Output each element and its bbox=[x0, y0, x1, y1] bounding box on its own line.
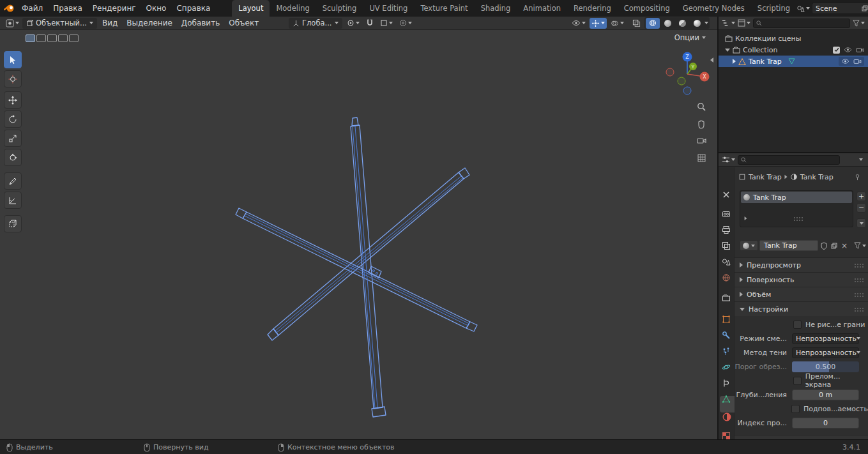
scene-name-field[interactable]: Scene bbox=[812, 3, 868, 14]
outliner-editor-type-button[interactable] bbox=[722, 19, 735, 27]
tab-physics[interactable] bbox=[722, 363, 732, 373]
subsurface-translucency-checkbox[interactable] bbox=[791, 405, 800, 413]
object-render-camera-icon[interactable] bbox=[853, 58, 862, 64]
tank-trap-object[interactable] bbox=[0, 30, 717, 439]
menu-window[interactable]: Окно bbox=[141, 0, 172, 17]
remove-material-slot-button[interactable] bbox=[857, 203, 866, 213]
outliner-row-scene-collection[interactable]: Коллекции сцены bbox=[719, 33, 868, 44]
shading-options-dropdown[interactable] bbox=[704, 22, 708, 24]
properties-options-dropdown[interactable] bbox=[859, 158, 863, 161]
pin-icon[interactable] bbox=[854, 174, 861, 181]
proportional-edit-dropdown[interactable] bbox=[397, 18, 414, 29]
outliner-row-tank-trap[interactable]: Tank Trap bbox=[719, 56, 868, 67]
properties-editor-type-button[interactable] bbox=[722, 156, 735, 163]
editor-type-button[interactable] bbox=[4, 18, 21, 29]
shading-rendered-button[interactable] bbox=[690, 18, 704, 29]
tab-particles[interactable] bbox=[722, 347, 732, 357]
refraction-depth-field[interactable]: 0 m bbox=[792, 390, 859, 400]
slot-list-expand-arrow[interactable] bbox=[745, 216, 747, 220]
transform-orientation-dropdown[interactable]: Глоба... bbox=[289, 18, 342, 29]
object-hide-eye-icon[interactable] bbox=[841, 58, 849, 64]
menu-edit[interactable]: Правка bbox=[48, 0, 88, 17]
tab-scripting[interactable]: Scripting bbox=[751, 0, 796, 17]
tab-render[interactable] bbox=[722, 209, 732, 220]
snap-target-dropdown[interactable] bbox=[378, 18, 395, 29]
breadcrumb-object-name[interactable]: Tank Trap bbox=[749, 173, 782, 181]
slot-list-resize-grip[interactable] bbox=[793, 216, 803, 221]
tab-compositing[interactable]: Compositing bbox=[618, 0, 676, 17]
menu-object[interactable]: Объект bbox=[225, 17, 263, 30]
material-slot-item[interactable]: Tank Trap bbox=[741, 192, 852, 203]
menu-help[interactable]: Справка bbox=[171, 0, 215, 17]
collection-render-camera-icon[interactable] bbox=[856, 47, 864, 53]
panel-surface[interactable]: Поверхность bbox=[735, 272, 868, 287]
snap-toggle-icon[interactable] bbox=[364, 18, 376, 29]
zoom-button[interactable] bbox=[695, 100, 708, 113]
scene-browse-icon[interactable] bbox=[796, 4, 810, 13]
clip-threshold-slider[interactable]: 0.500 bbox=[792, 361, 859, 372]
tab-view-layer[interactable] bbox=[722, 241, 732, 252]
pivot-point-dropdown[interactable] bbox=[345, 18, 362, 29]
mode-dropdown[interactable]: Объектный... bbox=[22, 18, 97, 29]
outliner-search-input[interactable] bbox=[753, 19, 850, 28]
xray-toggle[interactable] bbox=[630, 18, 643, 29]
menu-render[interactable]: Рендеринг bbox=[88, 0, 141, 17]
tab-texture-paint[interactable]: Texture Paint bbox=[414, 0, 474, 17]
gizmo-x-neg-axis[interactable] bbox=[666, 68, 674, 76]
gizmo-z-neg-axis[interactable] bbox=[683, 87, 691, 95]
shadow-method-dropdown[interactable]: Непрозрачность bbox=[792, 347, 859, 358]
copy-material-icon[interactable] bbox=[830, 240, 839, 251]
tab-sculpting[interactable]: Sculpting bbox=[316, 0, 363, 17]
tab-constraints[interactable] bbox=[722, 379, 732, 389]
panel-grip[interactable] bbox=[854, 278, 864, 282]
camera-view-button[interactable] bbox=[695, 134, 708, 147]
browse-material-button[interactable] bbox=[740, 240, 758, 251]
blend-mode-dropdown[interactable]: Непрозрачность bbox=[792, 333, 859, 344]
object-expand-arrow[interactable] bbox=[733, 59, 736, 64]
tab-tool[interactable] bbox=[722, 190, 732, 201]
sidebar-collapse-arrow[interactable] bbox=[710, 56, 713, 64]
shading-solid-button[interactable] bbox=[660, 18, 674, 29]
shading-wireframe-button[interactable] bbox=[646, 18, 660, 29]
tab-object-data[interactable] bbox=[722, 395, 732, 405]
blender-logo-icon[interactable] bbox=[4, 4, 15, 13]
show-overlays-dropdown[interactable] bbox=[609, 18, 626, 29]
tab-collection[interactable] bbox=[722, 293, 732, 303]
outliner-display-mode-button[interactable] bbox=[738, 19, 750, 27]
backface-culling-checkbox[interactable] bbox=[793, 321, 802, 329]
viewport-3d[interactable]: Опции bbox=[0, 30, 717, 439]
material-slot-specials-button[interactable] bbox=[857, 218, 866, 228]
panel-preview[interactable]: Предпросмотр bbox=[735, 257, 868, 272]
material-name-field[interactable]: Tank Trap bbox=[759, 240, 818, 251]
tab-layout[interactable]: Layout bbox=[232, 0, 270, 17]
gizmo-y-neg-axis[interactable] bbox=[678, 77, 685, 85]
tab-shading[interactable]: Shading bbox=[475, 0, 517, 17]
pan-hand-button[interactable] bbox=[695, 117, 708, 130]
tab-scene[interactable] bbox=[722, 257, 732, 268]
panel-grip[interactable] bbox=[854, 292, 864, 297]
tab-modifiers[interactable] bbox=[722, 331, 732, 341]
tab-geometry-nodes[interactable]: Geometry Nodes bbox=[676, 0, 751, 17]
library-override-dropdown[interactable] bbox=[854, 242, 866, 249]
collection-hide-eye-icon[interactable] bbox=[844, 47, 852, 53]
object-types-visibility-dropdown[interactable] bbox=[570, 18, 588, 29]
tab-rendering[interactable]: Rendering bbox=[567, 0, 618, 17]
tab-uv-editing[interactable]: UV Editing bbox=[363, 0, 414, 17]
panel-settings[interactable]: Настройки bbox=[735, 301, 868, 316]
tab-modeling[interactable]: Modeling bbox=[270, 0, 316, 17]
tab-output[interactable] bbox=[722, 225, 732, 236]
perspective-toggle-button[interactable] bbox=[695, 151, 708, 164]
fake-user-shield-icon[interactable] bbox=[819, 240, 828, 251]
pass-index-field[interactable]: 0 bbox=[792, 418, 859, 428]
tab-world[interactable] bbox=[722, 273, 732, 284]
scene-copy-icon[interactable] bbox=[862, 5, 868, 11]
screen-refraction-checkbox[interactable] bbox=[793, 377, 802, 385]
breadcrumb-material-name[interactable]: Tank Trap bbox=[800, 173, 834, 181]
collection-expand-arrow[interactable] bbox=[725, 49, 730, 52]
panel-grip[interactable] bbox=[854, 307, 864, 312]
outliner-row-collection[interactable]: Collection bbox=[719, 44, 868, 56]
show-gizmo-toggle[interactable] bbox=[590, 18, 607, 29]
panel-grip[interactable] bbox=[854, 263, 864, 268]
unlink-material-icon[interactable] bbox=[840, 241, 849, 250]
tab-material[interactable] bbox=[722, 412, 732, 422]
